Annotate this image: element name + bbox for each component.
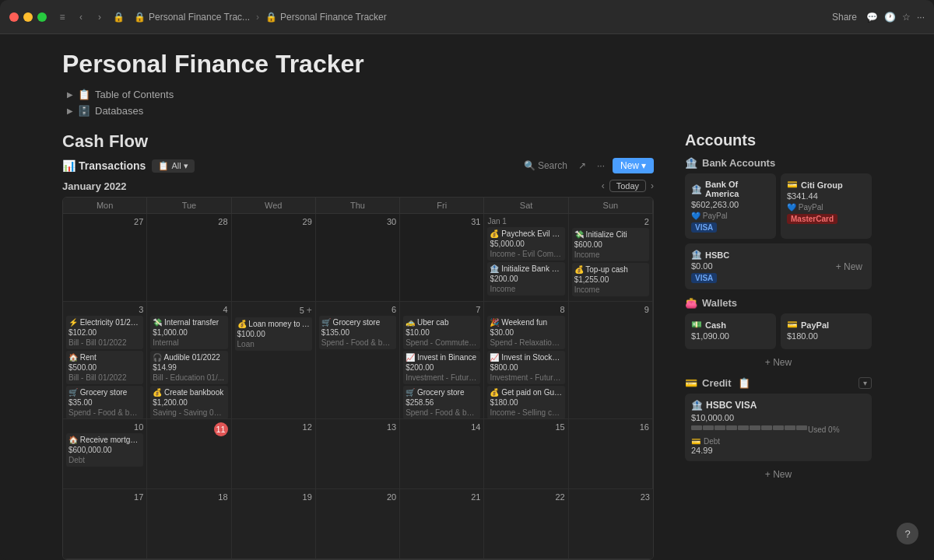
more-icon[interactable]: ··· [917, 12, 925, 23]
cal-cell-jan20[interactable]: 20 [316, 489, 400, 559]
breadcrumb-item-2[interactable]: 🔒 Personal Finance Tracker [265, 12, 387, 23]
cal-cell-jan13[interactable]: 13 [316, 419, 400, 489]
cal-cell-dec30[interactable]: 30 [316, 214, 400, 302]
databases-item[interactable]: ▶ 🗄️ Databases [62, 103, 872, 119]
cal-cell-jan19[interactable]: 19 [232, 489, 316, 559]
cal-event-internal[interactable]: 💸 Internal transfer $1,000.00 Internal [150, 316, 227, 349]
share-button[interactable]: Share [832, 12, 857, 23]
citi-sub: 💙 PayPal [787, 203, 866, 212]
cal-cell-jan21[interactable]: 21 [400, 489, 484, 559]
paypal-wallet-card[interactable]: 💳 PayPal $180.00 [781, 313, 872, 349]
credit-debt-label: 💳 Debt [691, 437, 866, 446]
cal-cell-jan4[interactable]: 4 💸 Internal transfer $1,000.00 Internal… [147, 302, 231, 419]
cash-balance: $1,090.00 [691, 331, 770, 341]
close-button[interactable] [9, 12, 19, 22]
cal-event-gumroad[interactable]: 💰 Get paid on Gumroad $180.00 Income - S… [487, 386, 564, 419]
boa-card[interactable]: 🏦 Bank Of America $602,263.00 💙 PayPal V… [685, 173, 776, 239]
cal-cell-jan2[interactable]: 2 💸 Initialize Citi $600.00 Income 💰 Top… [569, 214, 653, 302]
cal-event-electricity[interactable]: ⚡ Electricity 01/2022 $102.00 Bill - Bil… [66, 316, 143, 349]
databases-label: Databases [95, 105, 143, 117]
wallets-title: 👛 Wallets [685, 297, 872, 309]
cal-cell-jan3[interactable]: 3 ⚡ Electricity 01/2022 $102.00 Bill - B… [63, 302, 147, 419]
more-options-button[interactable]: ··· [594, 159, 608, 173]
new-transaction-button[interactable]: New ▾ [613, 158, 654, 173]
cal-cell-jan6[interactable]: 6 🛒 Grocery store $135.00 Spend - Food &… [316, 302, 400, 419]
cal-event-loan[interactable]: 💰 Loan money to Alex $100.00 Loan [235, 317, 312, 351]
hsbc-balance: $0.00 [691, 261, 827, 271]
minimize-button[interactable] [23, 12, 33, 22]
calendar-next-button[interactable]: › [651, 180, 654, 191]
back-icon[interactable]: ‹ [75, 11, 87, 23]
hsbc-visa-credit-card[interactable]: 🏦 HSBC VISA $10,000.00 Used 0% [685, 394, 872, 461]
cal-event-weekend[interactable]: 🎉 Weekend fun $30.00 Spend - Relaxation … [487, 316, 564, 349]
bank-accounts-title: 🏦 Bank Accounts [685, 157, 872, 169]
cal-event-uber[interactable]: 🚕 Uber cab $10.00 Spend - Commute 0... [403, 316, 480, 349]
cal-cell-jan5[interactable]: 5 + 💰 Loan money to Alex $100.00 Loan [232, 302, 316, 419]
cal-event-paycheck[interactable]: 💰 Paycheck Evil Com... $5,000.00 Income … [487, 227, 564, 261]
transactions-header: 📊 Transactions 📋 All ▾ 🔍 Search ↗ ··· Ne… [62, 158, 654, 173]
external-link-icon[interactable]: ↗ [575, 159, 589, 173]
cal-event-grocery3[interactable]: 🛒 Grocery store $35.00 Spend - Food & be… [66, 386, 143, 419]
cal-cell-dec29[interactable]: 29 [232, 214, 316, 302]
cal-cell-jan7[interactable]: 7 🚕 Uber cab $10.00 Spend - Commute 0...… [400, 302, 484, 419]
page-header: Personal Finance Tracker ▶ 📋 Table of Co… [0, 34, 934, 119]
cal-cell-jan9[interactable]: 9 [569, 302, 653, 419]
citi-card[interactable]: 💳 Citi Group $341.44 💙 PayPal MasterCard [781, 173, 872, 239]
cal-cell-jan1[interactable]: Jan 1 💰 Paycheck Evil Com... $5,000.00 I… [484, 214, 568, 302]
credit-view-button[interactable]: ▾ [859, 377, 872, 389]
cal-event-init-citi[interactable]: 💸 Initialize Citi $600.00 Income [572, 228, 649, 261]
cal-event-rent[interactable]: 🏠 Rent $500.00 Bill - Bill 01/2022 [66, 351, 143, 384]
toc-arrow-icon: ▶ [67, 90, 73, 99]
calendar-prev-button[interactable]: ‹ [602, 180, 605, 191]
cal-event-bankbook[interactable]: 💰 Create bankbook $1,200.00 Saving - Sav… [150, 386, 227, 419]
progress-dot-6 [750, 425, 760, 430]
cal-cell-jan11[interactable]: 11 [147, 419, 231, 489]
new-bank-button[interactable]: + New [833, 258, 866, 275]
breadcrumb-item-1[interactable]: 🔒 Personal Finance Trac... [134, 12, 250, 23]
comment-icon[interactable]: 💬 [866, 12, 878, 23]
cal-event-grocery7[interactable]: 🛒 Grocery store $258.56 Spend - Food & b… [403, 386, 480, 419]
cal-cell-dec28[interactable]: 28 [147, 214, 231, 302]
star-icon[interactable]: ☆ [902, 12, 911, 23]
cal-event-topup[interactable]: 💰 Top-up cash $1,255.00 Income [572, 263, 649, 296]
cal-event-audible[interactable]: 🎧 Audible 01/2022 $14.99 Bill - Educatio… [150, 351, 227, 384]
cal-cell-jan22[interactable]: 22 [484, 489, 568, 559]
new-credit-button[interactable]: + New [685, 466, 872, 483]
bank-account-cards: 🏦 Bank Of America $602,263.00 💙 PayPal V… [685, 173, 872, 289]
titlebar-nav-icons: ≡ ‹ › 🔒 [56, 11, 125, 23]
cal-cell-jan10[interactable]: 10 🏠 Receive mortgage $600,000.00 Debt [63, 419, 147, 489]
today-button[interactable]: Today [609, 180, 646, 192]
paypal-balance: $180.00 [787, 331, 866, 341]
clock-icon[interactable]: 🕐 [884, 12, 896, 23]
cash-wallet-card[interactable]: 💵 Cash $1,090.00 [685, 313, 776, 349]
boa-visa-tag: VISA [691, 222, 717, 233]
cal-cell-jan23[interactable]: 23 [569, 489, 653, 559]
toc-item[interactable]: ▶ 📋 Table of Contents [62, 86, 872, 103]
cal-event-grocery6[interactable]: 🛒 Grocery store $135.00 Spend - Food & b… [319, 316, 396, 349]
maximize-button[interactable] [37, 12, 47, 22]
cal-cell-jan16[interactable]: 16 [569, 419, 653, 489]
cal-cell-jan12[interactable]: 12 [232, 419, 316, 489]
cal-event-init-boa[interactable]: 🏦 Initialize Bank of A... $200.00 Income [487, 262, 564, 296]
cal-header-sat: Sat [484, 198, 568, 214]
jan7-date: 7 [403, 305, 480, 314]
jan3-date: 3 [66, 305, 143, 314]
cal-cell-jan14[interactable]: 14 [400, 419, 484, 489]
cal-cell-jan8[interactable]: 8 🎉 Weekend fun $30.00 Spend - Relaxatio… [484, 302, 568, 419]
cal-event-binance[interactable]: 📈 Invest in Binance $200.00 Investment -… [403, 351, 480, 384]
cal-event-mortgage[interactable]: 🏠 Receive mortgage $600,000.00 Debt [66, 433, 143, 467]
credit-view-icon: 📋 [738, 377, 750, 389]
cal-event-stocks[interactable]: 📈 Invest in Stocks Ro... $800.00 Investm… [487, 351, 564, 384]
cal-cell-dec31[interactable]: 31 [400, 214, 484, 302]
help-button[interactable]: ? [897, 523, 918, 544]
cal-cell-jan15[interactable]: 15 [484, 419, 568, 489]
cal-cell-dec27[interactable]: 27 [63, 214, 147, 302]
search-button[interactable]: 🔍 Search [521, 159, 571, 173]
cal-cell-jan17[interactable]: 17 [63, 489, 147, 559]
hsbc-card[interactable]: 🏦 HSBC $0.00 VISA + New [685, 243, 872, 289]
cal-cell-jan18[interactable]: 18 [147, 489, 231, 559]
filter-button[interactable]: 📋 All ▾ [152, 159, 194, 173]
forward-icon[interactable]: › [93, 11, 106, 23]
new-wallet-button[interactable]: + New [685, 354, 872, 371]
menu-icon[interactable]: ≡ [56, 11, 68, 23]
